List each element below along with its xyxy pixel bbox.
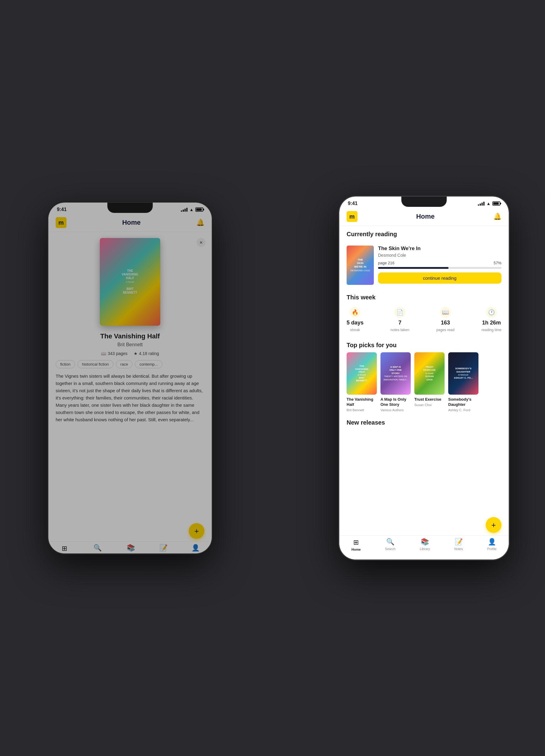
pages-read-label: pages read bbox=[436, 328, 455, 332]
pages-read-value: 163 bbox=[441, 320, 450, 326]
battery-icon-right bbox=[492, 201, 500, 206]
trust-cover-art: TRUSTEXERCISEa novelSUSANCHOI bbox=[414, 352, 445, 395]
notes-nav-icon-right: 📝 bbox=[455, 538, 463, 546]
vanishing-author: Brit Bennett bbox=[347, 408, 377, 412]
time-value: 1h 26m bbox=[482, 320, 501, 326]
app-header-right: m Home 🔔 bbox=[339, 209, 509, 226]
notch-left bbox=[107, 203, 153, 213]
top-picks-row[interactable]: THEVANISHINGHALFa NovelBRITBENNETT The V… bbox=[347, 352, 501, 414]
notch-right bbox=[401, 197, 447, 207]
search-nav-icon-right: 🔍 bbox=[386, 538, 394, 546]
nav-profile-label-left: Profile bbox=[191, 553, 200, 553]
nav-home-left[interactable]: ⊞ Home bbox=[60, 544, 69, 553]
battery-fill-left bbox=[196, 208, 202, 211]
tag-contemporary[interactable]: contemp... bbox=[135, 360, 162, 368]
tag-historical-fiction[interactable]: historical fiction bbox=[77, 360, 113, 368]
book-item-vanishing[interactable]: THEVANISHINGHALFa NovelBRITBENNETT The V… bbox=[347, 352, 377, 412]
profile-icon-left: 👤 bbox=[191, 544, 200, 552]
fab-right[interactable]: + bbox=[486, 517, 501, 533]
nav-profile-left[interactable]: 👤 Profile bbox=[191, 544, 200, 553]
signal-bar-2 bbox=[183, 210, 184, 212]
nav-library-right[interactable]: 📚 Library bbox=[420, 538, 430, 551]
book-item-somebody[interactable]: SOMEBODY'SDAUGHTERA MemoirASHLEY C. FO..… bbox=[448, 352, 478, 412]
bell-icon-right[interactable]: 🔔 bbox=[493, 213, 501, 220]
nav-profile-label-right: Profile bbox=[487, 547, 497, 551]
signal-bar-r1 bbox=[478, 204, 479, 206]
book-detail-screen: m Home 🔔 THEVANISHINGHALFa NovelBRITBENN… bbox=[48, 215, 212, 553]
nav-home-label-right: Home bbox=[351, 548, 361, 551]
bottom-nav-right: ⊞ Home 🔍 Search 📚 Library 📝 Notes 👤 bbox=[339, 535, 509, 559]
time-icon: 🕐 bbox=[486, 307, 497, 318]
status-icons-left: ▲ bbox=[181, 207, 203, 212]
trust-title: Trust Exercise bbox=[414, 397, 445, 402]
vanishing-title: The Vanishing Half bbox=[347, 397, 377, 407]
pages-stat: 📖 163 pages read bbox=[436, 307, 455, 332]
close-button[interactable]: ✕ bbox=[197, 238, 206, 247]
book-detail-cover-area: THEVANISHINGHALFa NovelBRITBENNETT ✕ bbox=[48, 232, 212, 329]
pages-meta: 📖 343 pages bbox=[101, 351, 127, 356]
library-icon-left: 📚 bbox=[127, 544, 135, 552]
signal-bar-r3 bbox=[481, 203, 483, 206]
notes-stat: 📄 7 notes taken bbox=[390, 307, 409, 332]
time-left: 9:41 bbox=[57, 207, 67, 212]
rating-value: 4.18 rating bbox=[139, 351, 159, 356]
notes-icon: 📄 bbox=[394, 307, 405, 318]
nav-library-left[interactable]: 📚 Library bbox=[126, 544, 136, 553]
streak-icon: 🔥 bbox=[350, 307, 361, 318]
nav-library-label-left: Library bbox=[126, 553, 136, 553]
signal-bar-4 bbox=[186, 208, 188, 212]
signal-bar-r4 bbox=[483, 202, 485, 206]
home-icon-left: ⊞ bbox=[62, 545, 67, 552]
page-number: page 216 bbox=[378, 261, 394, 265]
book-item-map[interactable]: A MAP ISONLY ONESTORYTWENTY WRITERS ON I… bbox=[380, 352, 411, 412]
nav-profile-right[interactable]: 👤 Profile bbox=[487, 538, 497, 551]
phone-right: 9:41 ▲ m Home 🔔 bbox=[339, 197, 509, 559]
currently-reading-title: Currently reading bbox=[347, 231, 501, 238]
book-description: The Vignes twin sisters will always be i… bbox=[56, 373, 204, 423]
nav-search-label-right: Search bbox=[385, 547, 396, 551]
time-label: reading time bbox=[481, 328, 501, 332]
signal-icon-left bbox=[181, 208, 188, 212]
battery-fill-right bbox=[493, 202, 499, 205]
bell-icon-left[interactable]: 🔔 bbox=[196, 219, 204, 226]
home-nav-icon-right: ⊞ bbox=[353, 539, 359, 546]
continue-reading-button[interactable]: continue reading bbox=[378, 272, 501, 284]
scroll-content[interactable]: Currently reading THESKINWE'RE INDESMOND… bbox=[339, 226, 509, 540]
signal-bar-r2 bbox=[480, 204, 481, 206]
skin-book-cover-art: THESKINWE'RE INDESMOND COLE bbox=[347, 246, 374, 285]
map-author: Various Authors bbox=[380, 408, 411, 412]
tag-fiction[interactable]: fiction bbox=[56, 360, 75, 368]
book-detail-author: Brit Bennett bbox=[56, 342, 204, 347]
rating-meta: ★ 4.18 rating bbox=[134, 351, 159, 356]
profile-nav-icon-right: 👤 bbox=[488, 538, 496, 546]
time-stat: 🕐 1h 26m reading time bbox=[481, 307, 501, 332]
nav-search-right[interactable]: 🔍 Search bbox=[385, 538, 396, 551]
new-releases-title: New releases bbox=[347, 419, 501, 426]
vanishing-cover-small: THEVANISHINGHALFa NovelBRITBENNETT bbox=[347, 352, 377, 395]
map-cover-small: A MAP ISONLY ONESTORYTWENTY WRITERS ON I… bbox=[380, 352, 411, 395]
pages-read-icon: 📖 bbox=[440, 307, 451, 318]
reading-card: THESKINWE'RE INDESMOND COLE The Skin We'… bbox=[347, 241, 501, 289]
nav-notes-left[interactable]: 📝 Notes bbox=[159, 544, 168, 553]
nav-search-label-left: Search bbox=[92, 553, 103, 553]
nav-notes-label-right: Notes bbox=[454, 547, 463, 551]
current-book-author: Desmond Cole bbox=[378, 253, 501, 258]
book-item-trust[interactable]: TRUSTEXERCISEa novelSUSANCHOI Trust Exer… bbox=[414, 352, 445, 412]
nav-search-left[interactable]: 🔍 Search bbox=[92, 544, 103, 553]
fab-left[interactable]: + bbox=[189, 523, 204, 539]
tag-race[interactable]: race bbox=[116, 360, 132, 368]
book-detail-title: The Vanishing Half bbox=[56, 332, 204, 340]
progress-percent: 57% bbox=[494, 261, 501, 265]
battery-icon-left bbox=[195, 207, 203, 212]
top-picks-title: Top picks for you bbox=[347, 342, 501, 349]
signal-icon-right bbox=[478, 202, 485, 206]
current-book-title: The Skin We're In bbox=[378, 246, 501, 252]
time-right: 9:41 bbox=[348, 201, 357, 206]
nav-home-right[interactable]: ⊞ Home bbox=[351, 538, 361, 551]
current-book-cover: THESKINWE'RE INDESMOND COLE bbox=[347, 246, 374, 285]
wifi-icon-left: ▲ bbox=[189, 207, 194, 212]
nav-notes-right[interactable]: 📝 Notes bbox=[454, 538, 463, 551]
signal-bar-1 bbox=[181, 210, 182, 212]
logo-left: m bbox=[56, 217, 67, 228]
nav-library-label-right: Library bbox=[420, 547, 430, 551]
